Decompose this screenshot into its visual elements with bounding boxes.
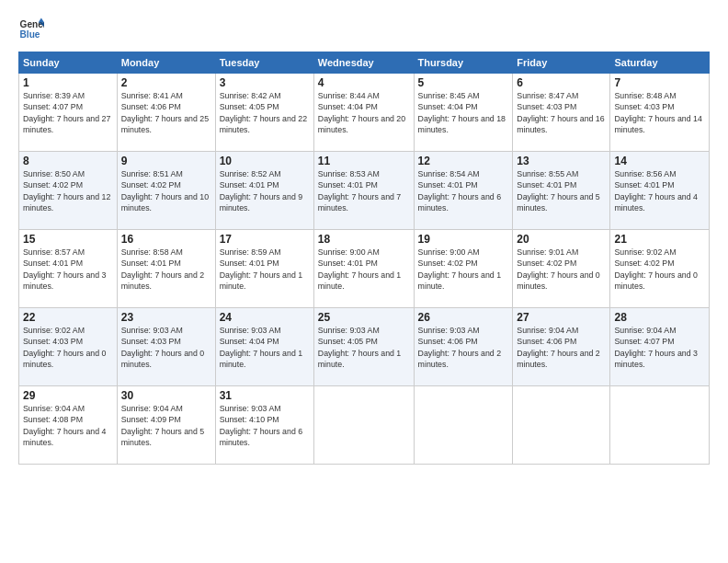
day-number: 25 — [318, 311, 410, 324]
calendar-cell — [414, 386, 513, 465]
day-number: 4 — [318, 76, 410, 89]
day-number: 24 — [220, 311, 310, 324]
calendar-cell — [313, 386, 414, 465]
calendar-cell — [610, 386, 710, 465]
day-number: 21 — [614, 233, 705, 246]
day-info: Sunrise: 8:59 AMSunset: 4:01 PMDaylight:… — [220, 247, 310, 292]
header-cell-thursday: Thursday — [414, 52, 513, 74]
day-info: Sunrise: 8:44 AMSunset: 4:04 PMDaylight:… — [318, 90, 410, 135]
day-number: 3 — [220, 76, 310, 89]
day-info: Sunrise: 8:55 AMSunset: 4:01 PMDaylight:… — [517, 168, 606, 213]
day-info: Sunrise: 8:58 AMSunset: 4:01 PMDaylight:… — [121, 247, 211, 292]
day-number: 20 — [517, 233, 606, 246]
header-cell-wednesday: Wednesday — [313, 52, 414, 74]
calendar-cell: 17Sunrise: 8:59 AMSunset: 4:01 PMDayligh… — [215, 230, 313, 308]
day-number: 18 — [318, 233, 410, 246]
calendar-cell: 20Sunrise: 9:01 AMSunset: 4:02 PMDayligh… — [513, 230, 610, 308]
calendar-cell: 9Sunrise: 8:51 AMSunset: 4:02 PMDaylight… — [117, 152, 215, 230]
day-number: 1 — [23, 76, 113, 89]
day-number: 5 — [418, 76, 509, 89]
calendar-cell: 21Sunrise: 9:02 AMSunset: 4:02 PMDayligh… — [610, 230, 710, 308]
day-number: 7 — [614, 76, 705, 89]
day-number: 28 — [614, 311, 705, 324]
day-info: Sunrise: 8:52 AMSunset: 4:01 PMDaylight:… — [220, 168, 310, 213]
week-row-1: 1Sunrise: 8:39 AMSunset: 4:07 PMDaylight… — [19, 74, 710, 152]
day-number: 6 — [517, 76, 606, 89]
page: General Blue SundayMondayTuesdayWednesda… — [0, 0, 728, 563]
logo: General Blue — [18, 17, 44, 42]
day-number: 23 — [121, 311, 211, 324]
day-number: 19 — [418, 233, 509, 246]
calendar-cell: 23Sunrise: 9:03 AMSunset: 4:03 PMDayligh… — [117, 308, 215, 386]
calendar-cell: 25Sunrise: 9:03 AMSunset: 4:05 PMDayligh… — [313, 308, 414, 386]
calendar-cell: 19Sunrise: 9:00 AMSunset: 4:02 PMDayligh… — [414, 230, 513, 308]
day-number: 2 — [121, 76, 211, 89]
calendar-cell — [513, 386, 610, 465]
logo-icon: General Blue — [18, 17, 44, 42]
calendar-cell: 24Sunrise: 9:03 AMSunset: 4:04 PMDayligh… — [215, 308, 313, 386]
day-number: 10 — [220, 155, 310, 167]
calendar-cell: 11Sunrise: 8:53 AMSunset: 4:01 PMDayligh… — [313, 152, 414, 230]
calendar-cell: 27Sunrise: 9:04 AMSunset: 4:06 PMDayligh… — [513, 308, 610, 386]
header: General Blue — [18, 17, 710, 42]
day-number: 27 — [517, 311, 606, 324]
day-info: Sunrise: 8:57 AMSunset: 4:01 PMDaylight:… — [23, 247, 113, 292]
calendar-cell: 13Sunrise: 8:55 AMSunset: 4:01 PMDayligh… — [513, 152, 610, 230]
calendar-cell: 6Sunrise: 8:47 AMSunset: 4:03 PMDaylight… — [513, 74, 610, 152]
calendar-cell: 14Sunrise: 8:56 AMSunset: 4:01 PMDayligh… — [610, 152, 710, 230]
calendar-cell: 16Sunrise: 8:58 AMSunset: 4:01 PMDayligh… — [117, 230, 215, 308]
day-info: Sunrise: 9:03 AMSunset: 4:04 PMDaylight:… — [220, 325, 310, 370]
week-row-2: 8Sunrise: 8:50 AMSunset: 4:02 PMDaylight… — [19, 152, 710, 230]
calendar-cell: 22Sunrise: 9:02 AMSunset: 4:03 PMDayligh… — [19, 308, 118, 386]
day-number: 9 — [121, 155, 211, 167]
day-info: Sunrise: 8:47 AMSunset: 4:03 PMDaylight:… — [517, 90, 606, 135]
calendar-cell: 18Sunrise: 9:00 AMSunset: 4:01 PMDayligh… — [313, 230, 414, 308]
day-number: 16 — [121, 233, 211, 246]
day-info: Sunrise: 9:03 AMSunset: 4:06 PMDaylight:… — [418, 325, 509, 370]
header-cell-friday: Friday — [513, 52, 610, 74]
calendar-cell: 26Sunrise: 9:03 AMSunset: 4:06 PMDayligh… — [414, 308, 513, 386]
day-number: 22 — [23, 311, 113, 324]
day-number: 30 — [121, 389, 211, 402]
week-row-3: 15Sunrise: 8:57 AMSunset: 4:01 PMDayligh… — [19, 230, 710, 308]
day-number: 31 — [220, 389, 310, 402]
day-number: 11 — [318, 155, 410, 167]
header-cell-tuesday: Tuesday — [215, 52, 313, 74]
calendar-cell: 1Sunrise: 8:39 AMSunset: 4:07 PMDaylight… — [19, 74, 118, 152]
calendar-cell: 5Sunrise: 8:45 AMSunset: 4:04 PMDaylight… — [414, 74, 513, 152]
calendar-cell: 28Sunrise: 9:04 AMSunset: 4:07 PMDayligh… — [610, 308, 710, 386]
header-cell-monday: Monday — [117, 52, 215, 74]
week-row-5: 29Sunrise: 9:04 AMSunset: 4:08 PMDayligh… — [19, 386, 710, 465]
header-row: SundayMondayTuesdayWednesdayThursdayFrid… — [19, 52, 710, 74]
svg-text:Blue: Blue — [20, 29, 40, 40]
day-info: Sunrise: 9:02 AMSunset: 4:03 PMDaylight:… — [23, 325, 113, 370]
day-info: Sunrise: 8:53 AMSunset: 4:01 PMDaylight:… — [318, 168, 410, 213]
day-info: Sunrise: 9:03 AMSunset: 4:10 PMDaylight:… — [220, 403, 310, 448]
day-info: Sunrise: 8:50 AMSunset: 4:02 PMDaylight:… — [23, 168, 113, 213]
day-info: Sunrise: 8:45 AMSunset: 4:04 PMDaylight:… — [418, 90, 509, 135]
week-row-4: 22Sunrise: 9:02 AMSunset: 4:03 PMDayligh… — [19, 308, 710, 386]
calendar-cell: 30Sunrise: 9:04 AMSunset: 4:09 PMDayligh… — [117, 386, 215, 465]
day-number: 15 — [23, 233, 113, 246]
header-cell-sunday: Sunday — [19, 52, 118, 74]
day-number: 17 — [220, 233, 310, 246]
day-number: 8 — [23, 155, 113, 167]
calendar-cell: 3Sunrise: 8:42 AMSunset: 4:05 PMDaylight… — [215, 74, 313, 152]
day-info: Sunrise: 8:56 AMSunset: 4:01 PMDaylight:… — [614, 168, 705, 213]
calendar-table: SundayMondayTuesdayWednesdayThursdayFrid… — [18, 52, 710, 465]
day-info: Sunrise: 8:51 AMSunset: 4:02 PMDaylight:… — [121, 168, 211, 213]
calendar-cell: 10Sunrise: 8:52 AMSunset: 4:01 PMDayligh… — [215, 152, 313, 230]
calendar-cell: 4Sunrise: 8:44 AMSunset: 4:04 PMDaylight… — [313, 74, 414, 152]
day-info: Sunrise: 9:04 AMSunset: 4:08 PMDaylight:… — [23, 403, 113, 448]
day-info: Sunrise: 9:04 AMSunset: 4:06 PMDaylight:… — [517, 325, 606, 370]
day-info: Sunrise: 8:39 AMSunset: 4:07 PMDaylight:… — [23, 90, 113, 135]
calendar-cell: 8Sunrise: 8:50 AMSunset: 4:02 PMDaylight… — [19, 152, 118, 230]
calendar-cell: 7Sunrise: 8:48 AMSunset: 4:03 PMDaylight… — [610, 74, 710, 152]
calendar-cell: 2Sunrise: 8:41 AMSunset: 4:06 PMDaylight… — [117, 74, 215, 152]
day-info: Sunrise: 8:48 AMSunset: 4:03 PMDaylight:… — [614, 90, 705, 135]
day-info: Sunrise: 8:42 AMSunset: 4:05 PMDaylight:… — [220, 90, 310, 135]
day-info: Sunrise: 9:03 AMSunset: 4:05 PMDaylight:… — [318, 325, 410, 370]
day-info: Sunrise: 9:04 AMSunset: 4:09 PMDaylight:… — [121, 403, 211, 448]
day-number: 14 — [614, 155, 705, 167]
calendar-cell: 12Sunrise: 8:54 AMSunset: 4:01 PMDayligh… — [414, 152, 513, 230]
